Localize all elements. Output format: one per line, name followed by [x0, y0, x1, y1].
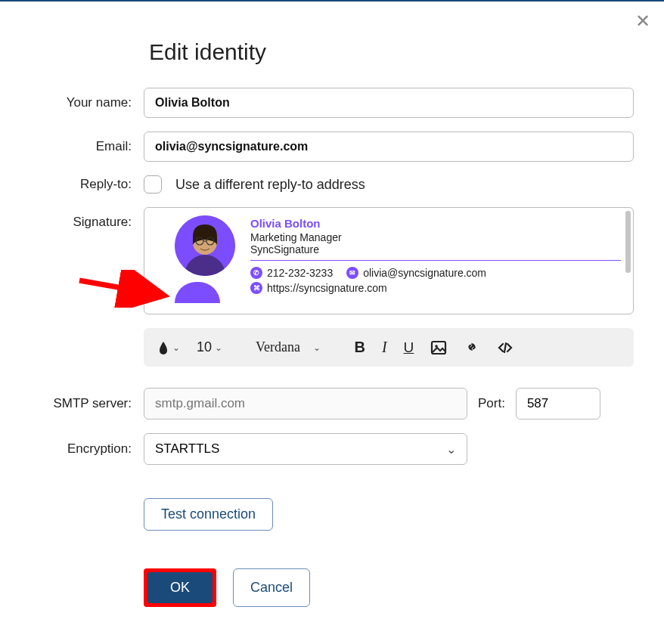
reply-to-checkbox[interactable]: [144, 175, 162, 194]
cancel-button[interactable]: Cancel: [233, 568, 310, 607]
annotation-arrow: [76, 270, 182, 308]
email-input[interactable]: [144, 132, 634, 162]
email-icon: ✉: [346, 267, 358, 279]
scrollbar[interactable]: [625, 211, 631, 273]
bold-icon: B: [354, 339, 365, 356]
underline-icon: U: [404, 339, 414, 356]
phone-icon: ✆: [250, 267, 262, 279]
encryption-label: Encryption:: [30, 441, 144, 457]
underline-button[interactable]: U: [398, 335, 420, 361]
ok-button[interactable]: OK: [147, 572, 213, 603]
signature-company: SyncSignature: [250, 243, 621, 255]
email-label: Email:: [30, 139, 144, 154]
text-color-button[interactable]: ⌄: [151, 336, 186, 360]
reply-to-checkbox-label: Use a different reply-to address: [175, 177, 365, 193]
smtp-server-label: SMTP server:: [30, 396, 144, 411]
font-size-select[interactable]: 10 ⌄: [191, 335, 228, 360]
font-family-select[interactable]: Verdana ⌄: [250, 335, 327, 360]
signature-label: Signature:: [30, 207, 144, 230]
signature-phone: 212-232-3233: [267, 267, 333, 279]
smtp-server-input[interactable]: [144, 388, 467, 420]
editor-toolbar: ⌄ 10 ⌄ Verdana ⌄ B I U: [144, 328, 634, 367]
chevron-down-icon: ⌄: [313, 342, 321, 353]
signature-email: olivia@syncsignature.com: [363, 267, 486, 279]
insert-image-button[interactable]: [424, 335, 453, 361]
image-icon: [430, 339, 447, 356]
insert-link-button[interactable]: [458, 335, 486, 361]
droplet-icon: [157, 340, 169, 355]
svg-line-1: [79, 280, 165, 296]
chevron-down-icon: ⌄: [446, 442, 456, 457]
signature-title: Marketing Manager: [250, 231, 621, 243]
port-input[interactable]: [516, 388, 600, 420]
encryption-select[interactable]: STARTTLS ⌄: [144, 433, 467, 465]
italic-icon: I: [382, 339, 387, 356]
chevron-down-icon: ⌄: [172, 342, 180, 353]
close-button[interactable]: ✕: [635, 11, 650, 32]
test-connection-button[interactable]: Test connection: [144, 498, 273, 531]
signature-editor[interactable]: Olivia Bolton Marketing Manager SyncSign…: [144, 207, 634, 314]
signature-name: Olivia Bolton: [250, 217, 621, 230]
link-chain-icon: [464, 339, 480, 356]
italic-button[interactable]: I: [376, 334, 393, 361]
signature-avatar-extra: [175, 282, 220, 303]
reply-to-label: Reply-to:: [30, 177, 144, 192]
bold-button[interactable]: B: [348, 334, 371, 361]
ok-highlight-frame: OK: [144, 568, 216, 607]
code-button[interactable]: [491, 335, 520, 361]
encryption-value: STARTTLS: [155, 441, 219, 457]
dialog-title: Edit identity: [149, 39, 634, 65]
close-icon: ✕: [635, 11, 650, 31]
signature-avatar: [175, 215, 235, 276]
port-label: Port:: [478, 396, 505, 411]
code-icon: [497, 339, 514, 356]
signature-website: https://syncsignature.com: [267, 282, 387, 294]
your-name-input[interactable]: [144, 88, 634, 118]
link-icon: ⌘: [250, 282, 262, 294]
edit-identity-dialog: Edit identity Your name: Email: Reply-to…: [0, 2, 664, 637]
chevron-down-icon: ⌄: [215, 342, 222, 353]
your-name-label: Your name:: [30, 95, 144, 110]
